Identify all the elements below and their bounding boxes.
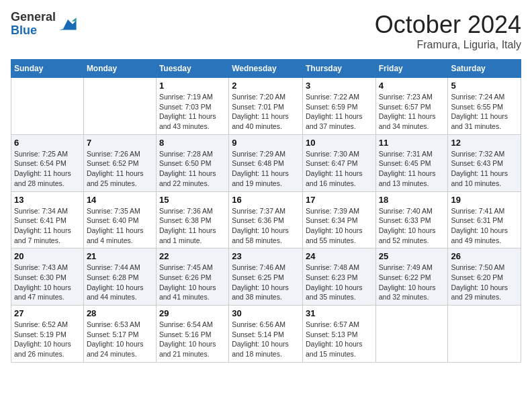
week-row-1: 1Sunrise: 7:19 AM Sunset: 7:03 PM Daylig… [11, 78, 521, 135]
title-block: October 2024 Framura, Liguria, Italy [375, 11, 521, 51]
col-header-tuesday: Tuesday [156, 60, 228, 78]
day-info: Sunrise: 7:28 AM Sunset: 6:50 PM Dayligh… [159, 149, 226, 189]
day-info: Sunrise: 7:34 AM Sunset: 6:41 PM Dayligh… [14, 206, 81, 246]
day-info: Sunrise: 7:20 AM Sunset: 7:01 PM Dayligh… [232, 92, 300, 132]
day-number: 22 [159, 251, 226, 261]
day-info: Sunrise: 6:53 AM Sunset: 5:17 PM Dayligh… [87, 320, 153, 359]
day-cell: 20Sunrise: 7:43 AM Sunset: 6:30 PM Dayli… [11, 248, 84, 306]
day-cell: 24Sunrise: 7:48 AM Sunset: 6:23 PM Dayli… [302, 248, 375, 306]
day-cell [11, 78, 84, 135]
logo-icon [58, 15, 77, 34]
day-info: Sunrise: 6:57 AM Sunset: 5:13 PM Dayligh… [306, 320, 373, 359]
day-number: 2 [232, 81, 300, 91]
svg-marker-1 [72, 17, 77, 21]
day-number: 21 [87, 251, 153, 261]
col-header-thursday: Thursday [302, 60, 375, 78]
day-cell: 23Sunrise: 7:46 AM Sunset: 6:25 PM Dayli… [229, 248, 303, 306]
day-cell: 18Sunrise: 7:40 AM Sunset: 6:33 PM Dayli… [375, 191, 448, 248]
logo-blue: Blue [11, 24, 56, 38]
day-cell: 22Sunrise: 7:45 AM Sunset: 6:26 PM Dayli… [156, 248, 228, 306]
day-cell: 26Sunrise: 7:50 AM Sunset: 6:20 PM Dayli… [448, 248, 521, 306]
day-cell: 19Sunrise: 7:41 AM Sunset: 6:31 PM Dayli… [448, 191, 521, 248]
col-header-saturday: Saturday [448, 60, 521, 78]
day-number: 20 [14, 251, 81, 261]
day-number: 16 [232, 195, 300, 205]
day-cell: 2Sunrise: 7:20 AM Sunset: 7:01 PM Daylig… [229, 78, 303, 135]
day-cell: 31Sunrise: 6:57 AM Sunset: 5:13 PM Dayli… [302, 306, 375, 363]
day-info: Sunrise: 7:25 AM Sunset: 6:54 PM Dayligh… [14, 149, 81, 189]
day-number: 19 [451, 195, 518, 205]
day-number: 11 [379, 138, 445, 148]
day-info: Sunrise: 7:31 AM Sunset: 6:45 PM Dayligh… [379, 149, 445, 189]
day-info: Sunrise: 7:24 AM Sunset: 6:55 PM Dayligh… [451, 92, 518, 132]
day-cell: 29Sunrise: 6:54 AM Sunset: 5:16 PM Dayli… [156, 306, 228, 363]
day-info: Sunrise: 7:40 AM Sunset: 6:33 PM Dayligh… [379, 206, 445, 246]
day-info: Sunrise: 7:39 AM Sunset: 6:34 PM Dayligh… [306, 206, 373, 246]
calendar-table: SundayMondayTuesdayWednesdayThursdayFrid… [11, 59, 521, 363]
day-number: 18 [379, 195, 445, 205]
day-number: 30 [232, 308, 300, 318]
location: Framura, Liguria, Italy [375, 39, 521, 51]
day-number: 17 [306, 195, 373, 205]
day-number: 12 [451, 138, 518, 148]
day-cell: 25Sunrise: 7:49 AM Sunset: 6:22 PM Dayli… [375, 248, 448, 306]
day-info: Sunrise: 7:19 AM Sunset: 7:03 PM Dayligh… [159, 92, 226, 132]
day-number: 14 [87, 195, 153, 205]
day-cell: 11Sunrise: 7:31 AM Sunset: 6:45 PM Dayli… [375, 134, 448, 191]
day-cell: 7Sunrise: 7:26 AM Sunset: 6:52 PM Daylig… [83, 134, 156, 191]
day-info: Sunrise: 7:45 AM Sunset: 6:26 PM Dayligh… [159, 263, 226, 302]
col-header-sunday: Sunday [11, 60, 84, 78]
col-header-wednesday: Wednesday [229, 60, 303, 78]
day-cell: 4Sunrise: 7:23 AM Sunset: 6:57 PM Daylig… [375, 78, 448, 135]
day-cell: 15Sunrise: 7:36 AM Sunset: 6:38 PM Dayli… [156, 191, 228, 248]
day-info: Sunrise: 7:23 AM Sunset: 6:57 PM Dayligh… [379, 92, 445, 132]
day-info: Sunrise: 7:48 AM Sunset: 6:23 PM Dayligh… [306, 263, 373, 302]
day-cell: 8Sunrise: 7:28 AM Sunset: 6:50 PM Daylig… [156, 134, 228, 191]
day-cell: 21Sunrise: 7:44 AM Sunset: 6:28 PM Dayli… [83, 248, 156, 306]
day-cell: 14Sunrise: 7:35 AM Sunset: 6:40 PM Dayli… [83, 191, 156, 248]
day-info: Sunrise: 7:22 AM Sunset: 6:59 PM Dayligh… [306, 92, 373, 132]
day-number: 27 [14, 308, 81, 318]
day-cell [83, 78, 156, 135]
logo-general: General [11, 11, 56, 24]
col-header-friday: Friday [375, 60, 448, 78]
day-number: 13 [14, 195, 81, 205]
day-info: Sunrise: 7:26 AM Sunset: 6:52 PM Dayligh… [87, 149, 153, 189]
day-cell: 12Sunrise: 7:32 AM Sunset: 6:43 PM Dayli… [448, 134, 521, 191]
day-cell: 17Sunrise: 7:39 AM Sunset: 6:34 PM Dayli… [302, 191, 375, 248]
day-cell: 1Sunrise: 7:19 AM Sunset: 7:03 PM Daylig… [156, 78, 228, 135]
day-cell: 9Sunrise: 7:29 AM Sunset: 6:48 PM Daylig… [229, 134, 303, 191]
col-header-monday: Monday [83, 60, 156, 78]
calendar-header: SundayMondayTuesdayWednesdayThursdayFrid… [11, 60, 521, 78]
day-number: 24 [306, 251, 373, 261]
day-number: 7 [87, 138, 153, 148]
day-info: Sunrise: 6:52 AM Sunset: 5:19 PM Dayligh… [14, 320, 81, 359]
day-info: Sunrise: 7:36 AM Sunset: 6:38 PM Dayligh… [159, 206, 226, 246]
day-number: 3 [306, 81, 373, 91]
day-number: 31 [306, 308, 373, 318]
day-cell: 3Sunrise: 7:22 AM Sunset: 6:59 PM Daylig… [302, 78, 375, 135]
day-cell: 5Sunrise: 7:24 AM Sunset: 6:55 PM Daylig… [448, 78, 521, 135]
day-cell: 10Sunrise: 7:30 AM Sunset: 6:47 PM Dayli… [302, 134, 375, 191]
day-info: Sunrise: 7:30 AM Sunset: 6:47 PM Dayligh… [306, 149, 373, 189]
day-info: Sunrise: 7:43 AM Sunset: 6:30 PM Dayligh… [14, 263, 81, 302]
day-number: 5 [451, 81, 518, 91]
day-cell: 27Sunrise: 6:52 AM Sunset: 5:19 PM Dayli… [11, 306, 84, 363]
day-cell: 30Sunrise: 6:56 AM Sunset: 5:14 PM Dayli… [229, 306, 303, 363]
day-number: 10 [306, 138, 373, 148]
day-info: Sunrise: 7:46 AM Sunset: 6:25 PM Dayligh… [232, 263, 300, 302]
day-number: 26 [451, 251, 518, 261]
day-number: 15 [159, 195, 226, 205]
day-info: Sunrise: 7:32 AM Sunset: 6:43 PM Dayligh… [451, 149, 518, 189]
day-cell [448, 306, 521, 363]
day-number: 29 [159, 308, 226, 318]
day-info: Sunrise: 7:41 AM Sunset: 6:31 PM Dayligh… [451, 206, 518, 246]
day-number: 23 [232, 251, 300, 261]
month-title: October 2024 [375, 11, 521, 39]
day-number: 4 [379, 81, 445, 91]
week-row-2: 6Sunrise: 7:25 AM Sunset: 6:54 PM Daylig… [11, 134, 521, 191]
day-info: Sunrise: 7:37 AM Sunset: 6:36 PM Dayligh… [232, 206, 300, 246]
day-number: 28 [87, 308, 153, 318]
day-number: 9 [232, 138, 300, 148]
week-row-4: 20Sunrise: 7:43 AM Sunset: 6:30 PM Dayli… [11, 248, 521, 306]
